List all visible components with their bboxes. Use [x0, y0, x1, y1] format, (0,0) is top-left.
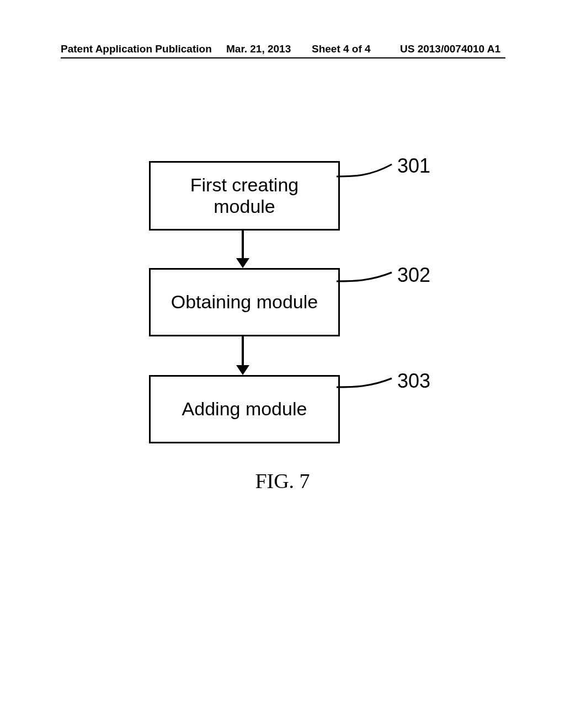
reference-numeral-303: 303	[397, 370, 430, 393]
leader-line-303	[337, 375, 397, 397]
reference-numeral-301: 301	[397, 154, 430, 178]
reference-numeral-302: 302	[397, 264, 430, 287]
block-first-creating-module: First creating module	[149, 161, 340, 231]
arrow-shaft-1	[242, 229, 244, 259]
block-obtaining-module: Obtaining module	[149, 268, 340, 336]
leader-line-301	[337, 160, 397, 188]
block-label: First creating module	[190, 174, 299, 217]
figure-caption: FIG. 7	[0, 469, 565, 493]
arrow-head-1	[236, 258, 249, 268]
header-sheet: Sheet 4 of 4	[312, 43, 371, 55]
block-label: Obtaining module	[171, 291, 318, 313]
arrow-head-2	[236, 365, 249, 375]
block-adding-module: Adding module	[149, 375, 340, 443]
header-publication-type: Patent Application Publication	[61, 43, 212, 55]
leader-line-302	[337, 269, 397, 291]
header-publication-number: US 2013/0074010 A1	[400, 43, 500, 55]
block-label: Adding module	[182, 398, 307, 420]
header-rule	[61, 57, 505, 58]
arrow-shaft-2	[242, 335, 244, 366]
header-date: Mar. 21, 2013	[226, 43, 291, 55]
